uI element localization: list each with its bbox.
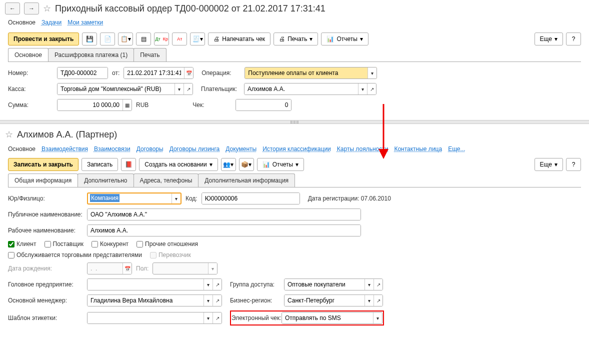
tab-print[interactable]: Печать [134,48,166,62]
dropdown-icon[interactable]: ▾ [368,68,376,78]
post-and-close-button[interactable]: Провести и закрыть [8,32,79,46]
dropdown-icon[interactable]: ▾ [204,295,212,306]
save-and-close-button[interactable]: Записать и закрыть [8,158,78,171]
calculator-icon[interactable]: ▦ [122,100,132,110]
serviced-checkbox[interactable]: Обслуживается торговыми представителями [8,252,142,258]
help-button[interactable]: ? [566,158,581,171]
manager-input[interactable]: ▾↗ [87,294,222,306]
region-label: Бизнес-регион: [230,297,280,304]
payer-input[interactable]: ▾↗ [244,83,376,95]
other-rel-checkbox[interactable]: Прочие отношения [136,240,198,248]
users-icon-button[interactable]: 👥▾ [221,158,236,171]
favorite-icon[interactable]: ☆ [43,3,51,14]
number-input[interactable] [57,67,108,79]
access-group-input[interactable]: ▾↗ [284,278,383,290]
cashbox-input[interactable]: ▾↗ [57,83,193,95]
archive-icon-button[interactable]: 📦▾ [239,158,254,171]
section-more[interactable]: Еще... [448,146,465,152]
echeck-label: Электронный чек: [232,314,282,322]
code-input[interactable] [202,192,300,204]
open-icon[interactable]: ↗ [367,84,376,94]
carrier-checkbox: Перевозчик [150,252,191,258]
tab-extra-info[interactable]: Дополнительная информация [198,174,295,187]
debit-credit-button[interactable]: ДтКр [154,32,169,46]
favorite-icon[interactable]: ☆ [5,129,13,140]
legal-input[interactable]: Компания▾ [87,192,182,204]
save-button[interactable]: Записать [82,158,118,171]
section-contacts[interactable]: Контактные лица [394,146,442,152]
dropdown-icon[interactable]: ▾ [174,84,184,94]
client-checkbox[interactable]: Клиент [8,240,36,248]
access-group-label: Группа доступа: [230,281,280,288]
work-name-input[interactable] [87,224,361,236]
echeck-input[interactable]: ▾ [282,312,382,324]
birth-input: 📅 [87,262,132,274]
open-icon[interactable]: ↗ [212,295,222,306]
more-button[interactable]: Еще ▾ [534,158,563,171]
open-icon[interactable]: ↗ [184,84,192,94]
region-input[interactable]: ▾↗ [284,294,383,306]
section-interactions[interactable]: Взаимодействия [42,146,88,152]
dropdown-icon[interactable]: ▾ [204,279,212,290]
create-based-button[interactable]: Создать на основании ▾ [139,158,218,171]
nav-forward-button[interactable]: → [24,2,39,14]
section-docs[interactable]: Документы [226,146,256,152]
tab-general[interactable]: Общая информация [8,174,78,187]
section-loyalty[interactable]: Карты лояльности [337,146,388,152]
print-check-button[interactable]: 🖨 Напечатать чек [208,32,270,46]
sum-input[interactable]: ▦ [57,99,132,111]
cancel-post-button[interactable]: Ат [172,32,187,46]
section-notes[interactable]: Мои заметки [68,19,103,26]
dropdown-icon[interactable]: ▾ [358,84,367,94]
check-input[interactable] [236,99,292,111]
dropdown-icon[interactable]: ▾ [364,295,374,306]
code-label: Код: [186,195,198,202]
open-icon[interactable]: ↗ [212,312,222,324]
open-icon[interactable]: ↗ [374,279,382,290]
section-contracts[interactable]: Договоры [136,146,164,152]
tab-main[interactable]: Основное [8,48,48,62]
section-tasks[interactable]: Задачи [42,19,62,26]
post-icon-button[interactable]: 📄 [100,32,115,46]
dropdown-icon[interactable]: ▾ [364,279,374,290]
open-icon[interactable]: ↗ [374,295,382,306]
reports-button[interactable]: 📊 Отчеты ▾ [257,158,304,171]
calendar-icon[interactable]: 📅 [184,68,193,78]
open-icon[interactable]: ↗ [212,279,222,290]
public-name-input[interactable] [87,208,361,220]
check-label: Чек: [192,102,232,108]
splitter[interactable]: ⠿⠿⠿ [0,120,589,124]
receipt-icon-button[interactable]: 🧾▾ [190,32,205,46]
save-icon-button[interactable]: 💾 [82,32,97,46]
section-history[interactable]: История классификации [262,146,331,152]
section-main[interactable]: Основное [8,146,36,152]
print-button[interactable]: 🖨 Печать ▾ [274,32,318,46]
document-icon-button[interactable]: ▤ [136,32,151,46]
number-label: Номер: [8,70,53,76]
section-leasing[interactable]: Договоры лизинга [170,146,220,152]
dropdown-icon-button[interactable]: 📋▾ [118,32,133,46]
reports-button[interactable]: 📊 Отчеты ▾ [321,32,368,46]
date-input[interactable]: 📅 [124,67,194,79]
label-template-input[interactable]: ▾↗ [87,312,222,324]
dropdown-icon[interactable]: ▾ [204,312,212,324]
supplier-checkbox[interactable]: Поставщик [44,240,84,248]
tab-additional[interactable]: Дополнительно [78,174,134,187]
currency-label: RUB [136,102,148,108]
page-title: Приходный кассовый ордер ТД00-000002 от … [55,4,326,14]
section-main[interactable]: Основное [8,19,36,26]
operation-input[interactable]: ▾ [244,67,377,79]
dropdown-icon[interactable]: ▾ [172,194,180,204]
head-company-input[interactable]: ▾↗ [87,278,222,290]
tab-payment-detail[interactable]: Расшифровка платежа (1) [48,48,134,62]
nav-back-button[interactable]: ← [5,2,20,14]
more-button[interactable]: Еще ▾ [534,32,563,46]
help-button[interactable]: ? [566,32,581,46]
competitor-checkbox[interactable]: Конкурент [92,240,128,248]
section-relations[interactable]: Взаимосвязи [94,146,130,152]
tab-addresses[interactable]: Адреса, телефоны [134,174,199,187]
dropdown-icon[interactable]: ▾ [373,312,382,324]
work-name-label: Рабочее наименование: [8,227,83,234]
dropdown-icon: ▾ [208,263,217,274]
book-icon-button[interactable]: 📕 [121,158,136,171]
